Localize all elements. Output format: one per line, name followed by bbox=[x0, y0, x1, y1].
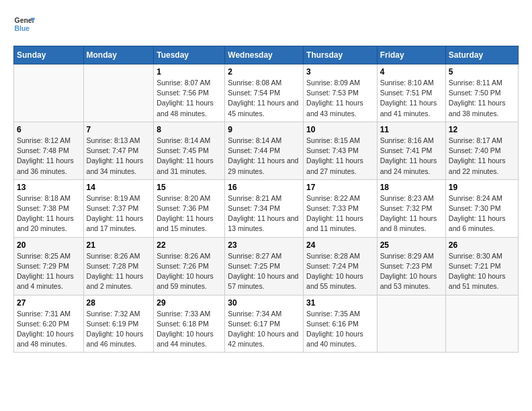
day-number: 20 bbox=[17, 240, 81, 250]
day-info: Sunrise: 8:20 AM Sunset: 7:36 PM Dayligh… bbox=[157, 193, 222, 234]
day-info: Sunrise: 8:28 AM Sunset: 7:24 PM Dayligh… bbox=[306, 251, 374, 292]
day-number: 19 bbox=[449, 183, 515, 192]
day-info: Sunrise: 8:19 AM Sunset: 7:37 PM Dayligh… bbox=[87, 193, 151, 234]
calendar-table: SundayMondayTuesdayWednesdayThursdayFrid… bbox=[13, 46, 519, 353]
calendar-cell: 9Sunrise: 8:14 AM Sunset: 7:44 PM Daylig… bbox=[225, 122, 304, 179]
day-number: 28 bbox=[87, 298, 151, 308]
day-number: 6 bbox=[17, 125, 81, 134]
day-info: Sunrise: 7:34 AM Sunset: 6:17 PM Dayligh… bbox=[228, 309, 300, 350]
calendar-cell: 22Sunrise: 8:26 AM Sunset: 7:26 PM Dayli… bbox=[154, 237, 225, 295]
logo: General Blue bbox=[13, 13, 35, 35]
day-info: Sunrise: 8:14 AM Sunset: 7:45 PM Dayligh… bbox=[157, 136, 222, 177]
calendar-cell: 10Sunrise: 8:15 AM Sunset: 7:43 PM Dayli… bbox=[304, 122, 378, 179]
day-number: 12 bbox=[449, 125, 515, 134]
day-number: 5 bbox=[449, 67, 515, 77]
day-info: Sunrise: 7:33 AM Sunset: 6:18 PM Dayligh… bbox=[157, 309, 222, 350]
day-info: Sunrise: 8:11 AM Sunset: 7:50 PM Dayligh… bbox=[449, 78, 515, 119]
day-info: Sunrise: 8:18 AM Sunset: 7:38 PM Dayligh… bbox=[17, 193, 81, 234]
day-number: 9 bbox=[228, 125, 300, 134]
calendar-cell: 11Sunrise: 8:16 AM Sunset: 7:41 PM Dayli… bbox=[377, 122, 445, 179]
day-number: 10 bbox=[306, 125, 374, 134]
calendar-cell: 26Sunrise: 8:30 AM Sunset: 7:21 PM Dayli… bbox=[445, 237, 518, 295]
day-number: 27 bbox=[17, 298, 81, 308]
day-header-wednesday: Wednesday bbox=[225, 46, 304, 64]
calendar-cell: 30Sunrise: 7:34 AM Sunset: 6:17 PM Dayli… bbox=[225, 295, 304, 353]
day-number: 25 bbox=[380, 240, 443, 250]
calendar-cell bbox=[83, 64, 154, 122]
day-info: Sunrise: 8:23 AM Sunset: 7:32 PM Dayligh… bbox=[380, 193, 443, 234]
calendar-cell: 5Sunrise: 8:11 AM Sunset: 7:50 PM Daylig… bbox=[445, 64, 518, 122]
days-header-row: SundayMondayTuesdayWednesdayThursdayFrid… bbox=[14, 46, 519, 64]
day-info: Sunrise: 8:25 AM Sunset: 7:29 PM Dayligh… bbox=[17, 251, 81, 292]
day-number: 31 bbox=[306, 298, 374, 308]
day-header-saturday: Saturday bbox=[445, 46, 518, 64]
day-info: Sunrise: 7:31 AM Sunset: 6:20 PM Dayligh… bbox=[17, 309, 81, 350]
day-info: Sunrise: 8:15 AM Sunset: 7:43 PM Dayligh… bbox=[306, 136, 374, 177]
day-header-sunday: Sunday bbox=[14, 46, 84, 64]
day-info: Sunrise: 8:14 AM Sunset: 7:44 PM Dayligh… bbox=[228, 136, 300, 177]
day-number: 23 bbox=[228, 240, 300, 250]
svg-text:Blue: Blue bbox=[15, 25, 30, 32]
calendar-cell: 20Sunrise: 8:25 AM Sunset: 7:29 PM Dayli… bbox=[14, 237, 84, 295]
day-number: 16 bbox=[228, 183, 300, 192]
calendar-week-1: 1Sunrise: 8:07 AM Sunset: 7:56 PM Daylig… bbox=[14, 64, 519, 122]
page-header: General Blue bbox=[13, 13, 519, 35]
day-info: Sunrise: 7:32 AM Sunset: 6:19 PM Dayligh… bbox=[87, 309, 151, 350]
day-info: Sunrise: 8:07 AM Sunset: 7:56 PM Dayligh… bbox=[157, 78, 222, 119]
day-number: 14 bbox=[87, 183, 151, 192]
calendar-cell: 6Sunrise: 8:12 AM Sunset: 7:48 PM Daylig… bbox=[14, 122, 84, 179]
day-number: 26 bbox=[449, 240, 515, 250]
calendar-cell: 4Sunrise: 8:10 AM Sunset: 7:51 PM Daylig… bbox=[377, 64, 445, 122]
day-info: Sunrise: 7:35 AM Sunset: 6:16 PM Dayligh… bbox=[306, 309, 374, 350]
calendar-cell: 15Sunrise: 8:20 AM Sunset: 7:36 PM Dayli… bbox=[154, 179, 225, 237]
calendar-cell: 29Sunrise: 7:33 AM Sunset: 6:18 PM Dayli… bbox=[154, 295, 225, 353]
day-info: Sunrise: 8:22 AM Sunset: 7:33 PM Dayligh… bbox=[306, 193, 374, 234]
calendar-week-4: 20Sunrise: 8:25 AM Sunset: 7:29 PM Dayli… bbox=[14, 237, 519, 295]
calendar-cell: 16Sunrise: 8:21 AM Sunset: 7:34 PM Dayli… bbox=[225, 179, 304, 237]
calendar-week-3: 13Sunrise: 8:18 AM Sunset: 7:38 PM Dayli… bbox=[14, 179, 519, 237]
day-number: 4 bbox=[380, 67, 443, 77]
day-header-thursday: Thursday bbox=[304, 46, 378, 64]
day-header-friday: Friday bbox=[377, 46, 445, 64]
calendar-week-2: 6Sunrise: 8:12 AM Sunset: 7:48 PM Daylig… bbox=[14, 122, 519, 179]
day-number: 21 bbox=[87, 240, 151, 250]
day-number: 22 bbox=[157, 240, 222, 250]
day-info: Sunrise: 8:27 AM Sunset: 7:25 PM Dayligh… bbox=[228, 251, 300, 292]
day-header-monday: Monday bbox=[83, 46, 154, 64]
calendar-cell: 2Sunrise: 8:08 AM Sunset: 7:54 PM Daylig… bbox=[225, 64, 304, 122]
calendar-cell: 18Sunrise: 8:23 AM Sunset: 7:32 PM Dayli… bbox=[377, 179, 445, 237]
calendar-cell: 1Sunrise: 8:07 AM Sunset: 7:56 PM Daylig… bbox=[154, 64, 225, 122]
day-number: 2 bbox=[228, 67, 300, 77]
day-number: 29 bbox=[157, 298, 222, 308]
calendar-cell: 17Sunrise: 8:22 AM Sunset: 7:33 PM Dayli… bbox=[304, 179, 378, 237]
day-number: 18 bbox=[380, 183, 443, 192]
calendar-cell: 31Sunrise: 7:35 AM Sunset: 6:16 PM Dayli… bbox=[304, 295, 378, 353]
day-info: Sunrise: 8:26 AM Sunset: 7:28 PM Dayligh… bbox=[87, 251, 151, 292]
day-info: Sunrise: 8:30 AM Sunset: 7:21 PM Dayligh… bbox=[449, 251, 515, 292]
day-number: 17 bbox=[306, 183, 374, 192]
calendar-cell bbox=[445, 295, 518, 353]
calendar-cell: 3Sunrise: 8:09 AM Sunset: 7:53 PM Daylig… bbox=[304, 64, 378, 122]
day-number: 7 bbox=[87, 125, 151, 134]
day-info: Sunrise: 8:10 AM Sunset: 7:51 PM Dayligh… bbox=[380, 78, 443, 119]
calendar-cell: 21Sunrise: 8:26 AM Sunset: 7:28 PM Dayli… bbox=[83, 237, 154, 295]
calendar-cell: 27Sunrise: 7:31 AM Sunset: 6:20 PM Dayli… bbox=[14, 295, 84, 353]
day-info: Sunrise: 8:08 AM Sunset: 7:54 PM Dayligh… bbox=[228, 78, 300, 119]
calendar-cell: 24Sunrise: 8:28 AM Sunset: 7:24 PM Dayli… bbox=[304, 237, 378, 295]
day-header-tuesday: Tuesday bbox=[154, 46, 225, 64]
calendar-week-5: 27Sunrise: 7:31 AM Sunset: 6:20 PM Dayli… bbox=[14, 295, 519, 353]
day-info: Sunrise: 8:17 AM Sunset: 7:40 PM Dayligh… bbox=[449, 136, 515, 177]
day-info: Sunrise: 8:13 AM Sunset: 7:47 PM Dayligh… bbox=[87, 136, 151, 177]
day-info: Sunrise: 8:26 AM Sunset: 7:26 PM Dayligh… bbox=[157, 251, 222, 292]
day-number: 15 bbox=[157, 183, 222, 192]
calendar-cell: 23Sunrise: 8:27 AM Sunset: 7:25 PM Dayli… bbox=[225, 237, 304, 295]
day-info: Sunrise: 8:16 AM Sunset: 7:41 PM Dayligh… bbox=[380, 136, 443, 177]
day-info: Sunrise: 8:21 AM Sunset: 7:34 PM Dayligh… bbox=[228, 193, 300, 234]
calendar-cell: 7Sunrise: 8:13 AM Sunset: 7:47 PM Daylig… bbox=[83, 122, 154, 179]
day-number: 24 bbox=[306, 240, 374, 250]
day-number: 13 bbox=[17, 183, 81, 192]
day-number: 11 bbox=[380, 125, 443, 134]
calendar-cell: 8Sunrise: 8:14 AM Sunset: 7:45 PM Daylig… bbox=[154, 122, 225, 179]
calendar-cell: 19Sunrise: 8:24 AM Sunset: 7:30 PM Dayli… bbox=[445, 179, 518, 237]
day-info: Sunrise: 8:24 AM Sunset: 7:30 PM Dayligh… bbox=[449, 193, 515, 234]
